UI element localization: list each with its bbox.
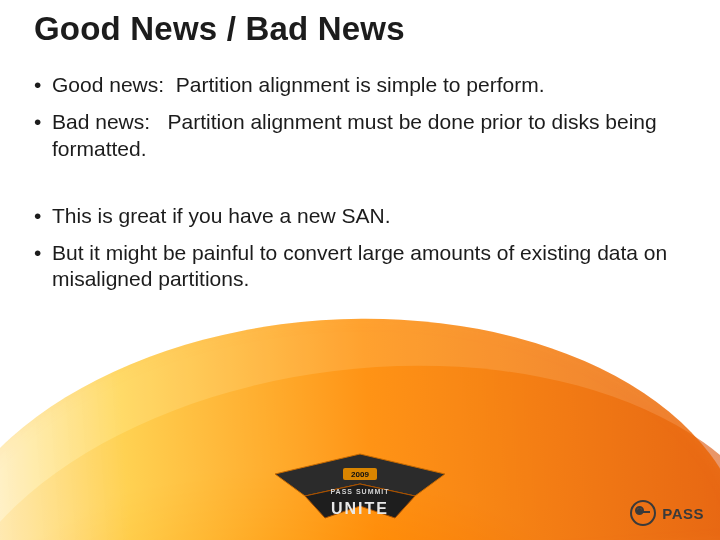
bullet-group-2: • This is great if you have a new SAN. •… (34, 203, 690, 294)
badge-icon: 2009 PASS SUMMIT UNITE (265, 446, 455, 536)
badge-line1: PASS SUMMIT (330, 488, 389, 495)
bullet-group-1: • Good news: Partition alignment is simp… (34, 72, 690, 163)
bullet-text: Good news: Partition alignment is simple… (52, 72, 690, 99)
badge-line2: UNITE (331, 500, 389, 517)
bullet-text: Bad news: Partition alignment must be do… (52, 109, 690, 163)
bullet-dot-icon: • (34, 203, 52, 230)
event-badge: 2009 PASS SUMMIT UNITE (265, 446, 455, 536)
bullet-item: • This is great if you have a new SAN. (34, 203, 690, 230)
bullet-item: • But it might be painful to convert lar… (34, 240, 690, 294)
bullet-text: But it might be painful to convert large… (52, 240, 690, 294)
slide-title: Good News / Bad News (34, 10, 405, 48)
footer-brand-text: PASS (662, 505, 704, 522)
bullet-text: This is great if you have a new SAN. (52, 203, 690, 230)
pass-logo-icon (630, 500, 656, 526)
bullet-dot-icon: • (34, 109, 52, 163)
bullet-dot-icon: • (34, 72, 52, 99)
bullet-dot-icon: • (34, 240, 52, 294)
footer-brand: PASS (630, 500, 704, 526)
badge-year: 2009 (351, 470, 369, 479)
bullet-item: • Good news: Partition alignment is simp… (34, 72, 690, 99)
slide: Good News / Bad News • Good news: Partit… (0, 0, 720, 540)
bullet-item: • Bad news: Partition alignment must be … (34, 109, 690, 163)
slide-body: • Good news: Partition alignment is simp… (34, 72, 690, 333)
